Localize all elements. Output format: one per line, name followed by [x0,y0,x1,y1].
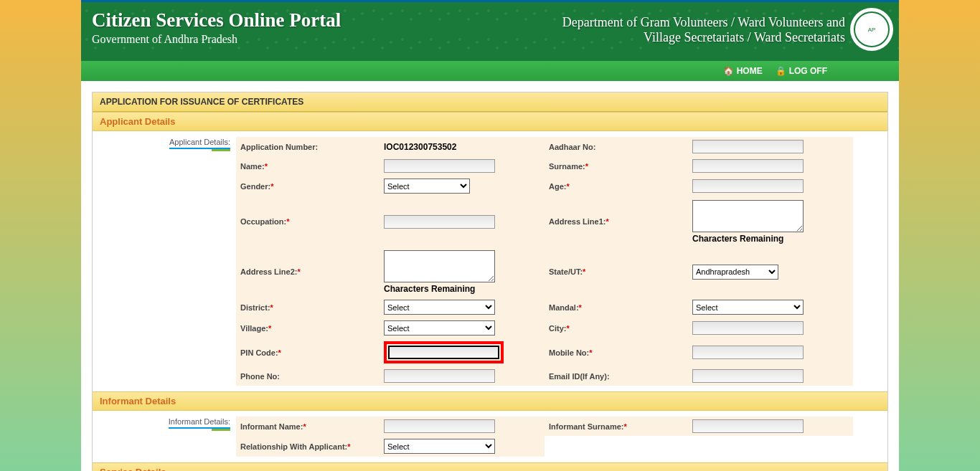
label-informant-surname: Informant Surname:* [545,417,688,436]
highlight-pin [384,341,504,363]
nav-home-label: HOME [737,66,763,76]
nav-logoff[interactable]: 🔒LOG OFF [776,66,827,76]
lock-icon: 🔒 [776,66,786,76]
label-email: Email ID(If Any): [545,366,688,386]
label-mobile: Mobile No:* [545,338,688,366]
input-informant-surname[interactable] [692,419,804,433]
textarea-address1[interactable] [692,200,804,232]
label-aadhaar: Aadhaar No: [545,137,688,156]
tab-applicant-details[interactable]: Applicant Details: [169,138,230,149]
input-city[interactable] [692,321,804,335]
input-email[interactable] [692,369,804,383]
nav-logoff-label: LOG OFF [789,66,827,76]
input-informant-name[interactable] [384,419,495,433]
input-pin[interactable] [388,346,499,359]
label-relationship: Relationship With Applicant:* [236,436,380,457]
chars-remaining-2: Characters Remaining [384,284,475,294]
input-phone[interactable] [384,369,495,383]
home-icon: 🏠 [723,66,734,76]
section-service-header: Service Details [93,462,887,471]
dept-line2: Village Secretariats / Ward Secretariats [562,30,845,45]
header-banner: Citizen Services Online Portal Governmen… [81,0,899,61]
input-surname[interactable] [692,159,804,173]
select-relationship[interactable]: Select [384,439,495,454]
label-age: Age:* [545,176,688,196]
section-applicant-header: Applicant Details [93,112,887,131]
select-mandal[interactable]: Select [692,300,804,315]
input-occupation[interactable] [384,215,495,229]
label-phone: Phone No: [236,366,380,386]
label-address1: Address Line1:* [545,196,688,247]
tab-informant-details[interactable]: Informant Details: [169,417,230,429]
ap-govt-logo: AP [850,8,893,51]
nav-home[interactable]: 🏠HOME [723,66,763,76]
label-city: City:* [545,318,688,338]
select-district[interactable]: Select [384,300,495,315]
select-gender[interactable]: Select [384,179,470,194]
select-state[interactable]: Andhrapradesh [692,265,778,280]
label-informant-name: Informant Name:* [236,417,380,436]
section-informant-header: Informant Details [93,391,887,411]
label-app-number: Application Number: [236,137,380,156]
label-pin: PIN Code:* [236,338,380,366]
nav-bar: 🏠HOME 🔒LOG OFF [81,61,899,81]
select-village[interactable]: Select [384,320,495,336]
textarea-address2[interactable] [384,250,495,282]
portal-title: Citizen Services Online Portal [92,9,341,32]
value-app-number: IOC012300753502 [384,142,456,152]
label-gender: Gender:* [236,176,380,196]
dept-line1: Department of Gram Volunteers / Ward Vol… [562,15,845,30]
label-surname: Surname:* [545,156,688,176]
label-name: Name:* [236,156,380,176]
label-occupation: Occupation:* [236,196,380,247]
panel-title: APPLICATION FOR ISSUANCE OF CERTIFICATES [93,92,887,112]
input-age[interactable] [692,179,804,193]
label-village: Village:* [236,318,380,338]
chars-remaining-1: Characters Remaining [692,234,783,244]
input-aadhaar[interactable] [692,140,804,153]
portal-subtitle: Government of Andhra Pradesh [92,33,341,46]
label-mandal: Mandal:* [545,297,688,318]
label-address2: Address Line2:* [236,247,380,297]
input-mobile[interactable] [692,346,804,359]
label-state: State/UT:* [545,247,688,297]
label-district: District:* [236,297,380,318]
input-name[interactable] [384,159,495,173]
